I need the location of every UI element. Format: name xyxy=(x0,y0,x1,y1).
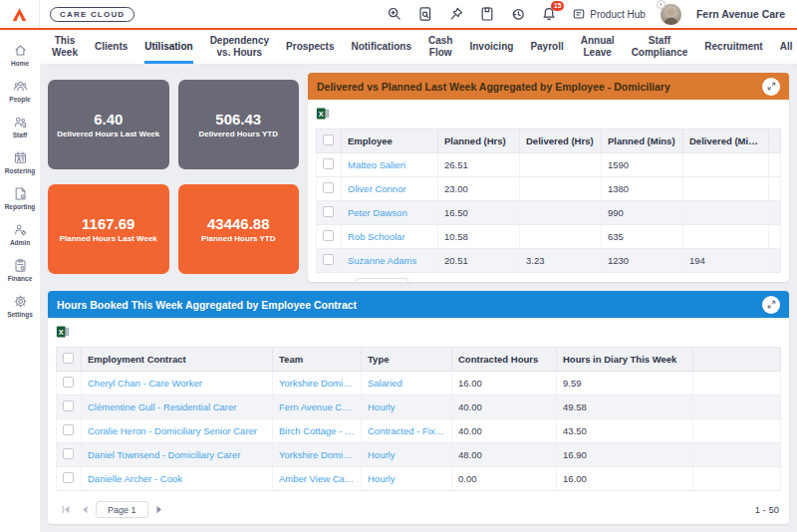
panel-title: Hours Booked This Week Aggregated by Emp… xyxy=(57,299,357,311)
employee-link[interactable]: Rob Schoolar xyxy=(348,231,431,242)
type-link[interactable]: Hourly xyxy=(368,449,445,460)
column-type[interactable]: Type xyxy=(362,348,452,372)
dashboard-content: 6.40 Delivered Hours Last Week 506.43 De… xyxy=(40,65,797,532)
row-checkbox[interactable] xyxy=(323,206,334,217)
row-checkbox[interactable] xyxy=(63,400,74,411)
row-checkbox[interactable] xyxy=(323,158,334,169)
row-checkbox[interactable] xyxy=(63,448,74,459)
next-page-button[interactable] xyxy=(411,279,427,283)
team-link[interactable]: Yorkshire Domiciliary... xyxy=(279,378,355,389)
avatar-status-badge: i xyxy=(657,0,665,9)
tab-dependency-vs-hours[interactable]: Dependency vs. Hours xyxy=(210,30,269,64)
employee-link[interactable]: Suzanne Adams xyxy=(348,255,431,266)
select-all-checkbox[interactable] xyxy=(323,134,334,145)
contract-link[interactable]: Daniel Townsend - Domiciliary Carer xyxy=(88,449,266,460)
first-page-button[interactable] xyxy=(58,502,74,518)
contract-link[interactable]: Cheryl Chan - Care Worker xyxy=(88,378,266,389)
employee-link[interactable]: Peter Dawson xyxy=(348,207,431,218)
pagination: Page 1 1 - 22 xyxy=(316,273,781,282)
table-row: Coralie Heron - Domiciliary Senior Carer… xyxy=(57,419,781,443)
app-logo[interactable] xyxy=(0,0,40,28)
sidebar-item-admin[interactable]: Admin xyxy=(0,222,40,246)
stat-planned-hours-ytd: 43446.88 Planned Hours YTD xyxy=(178,184,300,274)
tab-this-week[interactable]: This Week xyxy=(52,30,78,64)
audit-search-icon[interactable] xyxy=(417,6,433,22)
tab-payroll[interactable]: Payroll xyxy=(530,30,563,64)
sidebar-item-reporting[interactable]: Reporting xyxy=(0,186,40,210)
contract-link[interactable]: Coralie Heron - Domiciliary Senior Carer xyxy=(88,425,266,436)
column-planned-hrs[interactable]: Planned (Hrs) xyxy=(438,130,520,153)
previous-page-button[interactable] xyxy=(77,502,93,518)
history-icon[interactable] xyxy=(510,6,526,22)
tab-notifications[interactable]: Notifications xyxy=(351,30,411,64)
tab-recruitment[interactable]: Recruitment xyxy=(704,30,762,64)
type-link[interactable]: Contracted - Fixed xyxy=(368,425,445,436)
row-checkbox[interactable] xyxy=(323,182,334,193)
column-delivered-mins[interactable]: Delivered (Mins) xyxy=(683,130,769,153)
type-link[interactable]: Hourly xyxy=(368,401,445,412)
type-link[interactable]: Hourly xyxy=(368,473,445,484)
column-hours-in-diary[interactable]: Hours in Diary This Week xyxy=(557,348,693,372)
sidebar-item-settings[interactable]: Settings xyxy=(0,294,40,318)
type-link[interactable]: Salaried xyxy=(368,378,445,389)
sidebar-item-rostering[interactable]: Rostering xyxy=(0,150,40,174)
row-checkbox[interactable] xyxy=(63,377,74,388)
expand-icon xyxy=(766,299,777,310)
pin-icon[interactable] xyxy=(448,6,464,22)
tab-utilisation[interactable]: Utilisation xyxy=(144,30,192,64)
row-checkbox[interactable] xyxy=(323,230,334,241)
table-row: Cheryl Chan - Care Worker Yorkshire Domi… xyxy=(57,372,781,396)
sidebar-item-people[interactable]: People xyxy=(0,79,40,103)
next-page-button[interactable] xyxy=(151,502,167,518)
select-all-checkbox[interactable] xyxy=(63,353,74,364)
planned-hrs-cell: 26.51 xyxy=(438,153,520,177)
contract-link[interactable]: Clémentine Gull - Residential Carer xyxy=(88,401,266,412)
user-avatar[interactable]: i xyxy=(661,4,681,25)
row-checkbox[interactable] xyxy=(63,472,74,483)
dashboard-tabs: This Week Clients Utilisation Dependency… xyxy=(40,30,797,65)
column-team[interactable]: Team xyxy=(273,348,362,372)
tab-invoicing[interactable]: Invoicing xyxy=(469,30,513,64)
page-indicator[interactable]: Page 1 xyxy=(96,501,148,518)
expand-panel-button[interactable] xyxy=(762,296,780,314)
employee-link[interactable]: Matteo Salieri xyxy=(348,159,431,170)
tab-all[interactable]: All xyxy=(780,30,793,64)
expand-panel-button[interactable] xyxy=(762,78,780,96)
team-link[interactable]: Birch Cottage - Care xyxy=(279,425,355,436)
tab-prospects[interactable]: Prospects xyxy=(286,30,334,64)
page-indicator[interactable]: Page 1 xyxy=(356,278,408,282)
row-checkbox[interactable] xyxy=(63,424,74,435)
planned-mins-cell: 1590 xyxy=(602,153,683,177)
column-employment-contract[interactable]: Employment Contract xyxy=(82,348,273,372)
employee-link[interactable]: Oliver Connor xyxy=(348,183,431,194)
previous-page-button[interactable] xyxy=(337,279,353,283)
product-hub-button[interactable]: Product Hub xyxy=(572,7,646,21)
tab-annual-leave[interactable]: Annual Leave xyxy=(581,30,615,64)
column-delivered-hrs[interactable]: Delivered (Hrs) xyxy=(520,130,602,153)
row-checkbox[interactable] xyxy=(323,254,334,265)
planned-hrs-cell: 20.51 xyxy=(438,249,520,273)
tab-clients[interactable]: Clients xyxy=(95,30,128,64)
export-excel-button[interactable]: X xyxy=(316,107,330,121)
tab-staff-compliance[interactable]: Staff Compliance xyxy=(632,30,688,64)
team-link[interactable]: Amber View Catering xyxy=(279,473,355,484)
sidebar-item-finance[interactable]: Finance xyxy=(0,258,40,282)
column-planned-mins[interactable]: Planned (Mins) xyxy=(602,130,683,153)
zoom-search-icon[interactable] xyxy=(387,6,402,22)
sidebar-item-staff[interactable]: Staff xyxy=(0,115,40,138)
tab-cash-flow[interactable]: Cash Flow xyxy=(428,30,452,64)
sidebar-item-home[interactable]: Home xyxy=(0,43,40,67)
column-employee[interactable]: Employee xyxy=(342,130,438,153)
column-contracted-hours[interactable]: Contracted Hours xyxy=(452,348,557,372)
first-page-button[interactable] xyxy=(318,279,334,283)
stat-delivered-hours-ytd: 506.43 Delivered Hours YTD xyxy=(178,80,300,169)
account-name: Fern Avenue Care xyxy=(696,8,785,20)
stat-value: 1167.69 xyxy=(82,215,134,232)
contract-link[interactable]: Danielle Archer - Cook xyxy=(88,473,266,484)
export-excel-button[interactable]: X xyxy=(56,325,70,339)
previous-page-icon xyxy=(339,280,352,282)
save-file-icon[interactable] xyxy=(479,6,495,22)
team-link[interactable]: Fern Avenue Care xyxy=(279,401,355,412)
notifications-bell-icon[interactable]: 15 xyxy=(541,6,557,22)
team-link[interactable]: Yorkshire Domiciliary... xyxy=(279,449,355,460)
